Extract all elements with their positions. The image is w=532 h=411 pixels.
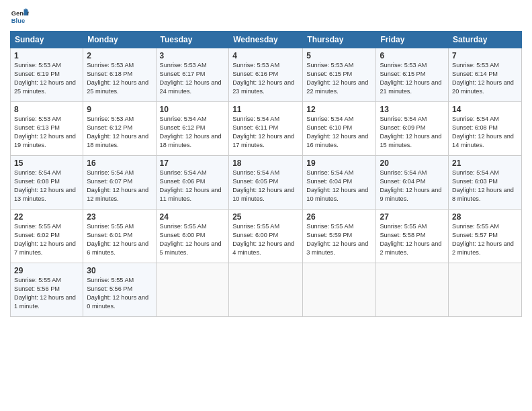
day-info: Sunrise: 5:55 AMSunset: 6:01 PMDaylight:…	[87, 222, 152, 257]
day-number: 6	[380, 51, 445, 60]
day-cell: 6Sunrise: 5:53 AMSunset: 6:15 PMDaylight…	[376, 48, 449, 102]
day-info: Sunrise: 5:53 AMSunset: 6:15 PMDaylight:…	[380, 61, 445, 96]
day-number: 23	[87, 212, 152, 222]
week-row-1: 1Sunrise: 5:53 AMSunset: 6:19 PMDaylight…	[11, 48, 522, 102]
day-cell: 20Sunrise: 5:54 AMSunset: 6:04 PMDayligh…	[376, 156, 449, 210]
day-info: Sunrise: 5:54 AMSunset: 6:12 PMDaylight:…	[160, 115, 226, 150]
day-cell: 2Sunrise: 5:53 AMSunset: 6:18 PMDaylight…	[83, 48, 156, 102]
day-cell	[303, 263, 376, 317]
day-number: 28	[452, 212, 518, 222]
day-info: Sunrise: 5:55 AMSunset: 6:00 PMDaylight:…	[232, 222, 299, 257]
day-number: 18	[232, 158, 299, 168]
day-cell	[376, 263, 449, 317]
day-cell: 30Sunrise: 5:55 AMSunset: 5:56 PMDayligh…	[83, 263, 156, 317]
week-row-5: 29Sunrise: 5:55 AMSunset: 5:56 PMDayligh…	[11, 263, 522, 317]
day-info: Sunrise: 5:53 AMSunset: 6:14 PMDaylight:…	[452, 61, 518, 96]
day-info: Sunrise: 5:54 AMSunset: 6:04 PMDaylight:…	[380, 169, 445, 203]
day-info: Sunrise: 5:53 AMSunset: 6:12 PMDaylight:…	[87, 115, 152, 150]
day-number: 26	[306, 212, 372, 222]
day-info: Sunrise: 5:54 AMSunset: 6:10 PMDaylight:…	[306, 115, 372, 150]
weekday-header-tuesday: Tuesday	[156, 32, 229, 48]
day-cell: 3Sunrise: 5:53 AMSunset: 6:17 PMDaylight…	[156, 48, 229, 102]
day-number: 25	[232, 212, 299, 222]
day-number: 27	[380, 212, 445, 222]
week-row-2: 8Sunrise: 5:53 AMSunset: 6:13 PMDaylight…	[11, 102, 522, 156]
day-info: Sunrise: 5:54 AMSunset: 6:06 PMDaylight:…	[160, 169, 226, 203]
day-info: Sunrise: 5:53 AMSunset: 6:19 PMDaylight:…	[14, 61, 79, 96]
day-info: Sunrise: 5:54 AMSunset: 6:04 PMDaylight:…	[306, 169, 372, 203]
day-info: Sunrise: 5:55 AMSunset: 6:00 PMDaylight:…	[160, 222, 226, 257]
day-cell: 11Sunrise: 5:54 AMSunset: 6:11 PMDayligh…	[229, 102, 303, 156]
day-cell: 8Sunrise: 5:53 AMSunset: 6:13 PMDaylight…	[11, 102, 83, 156]
day-cell: 16Sunrise: 5:54 AMSunset: 6:07 PMDayligh…	[83, 156, 156, 210]
day-info: Sunrise: 5:53 AMSunset: 6:18 PMDaylight:…	[87, 61, 152, 96]
day-cell: 14Sunrise: 5:54 AMSunset: 6:08 PMDayligh…	[449, 102, 522, 156]
day-cell	[229, 263, 303, 317]
day-number: 13	[380, 105, 445, 114]
day-number: 5	[306, 51, 372, 60]
day-cell: 27Sunrise: 5:55 AMSunset: 5:58 PMDayligh…	[376, 210, 449, 263]
weekday-header-friday: Friday	[376, 32, 449, 48]
day-info: Sunrise: 5:53 AMSunset: 6:16 PMDaylight:…	[232, 61, 299, 96]
weekday-header-wednesday: Wednesday	[229, 32, 303, 48]
logo-icon: General Blue	[10, 7, 29, 26]
day-number: 22	[14, 212, 79, 222]
day-cell: 18Sunrise: 5:54 AMSunset: 6:05 PMDayligh…	[229, 156, 303, 210]
day-cell: 21Sunrise: 5:54 AMSunset: 6:03 PMDayligh…	[449, 156, 522, 210]
day-number: 7	[452, 51, 518, 60]
logo: General Blue	[10, 7, 32, 26]
day-number: 3	[160, 51, 226, 60]
day-cell: 10Sunrise: 5:54 AMSunset: 6:12 PMDayligh…	[156, 102, 229, 156]
day-number: 24	[160, 212, 226, 222]
day-cell: 7Sunrise: 5:53 AMSunset: 6:14 PMDaylight…	[449, 48, 522, 102]
day-cell: 17Sunrise: 5:54 AMSunset: 6:06 PMDayligh…	[156, 156, 229, 210]
day-cell: 25Sunrise: 5:55 AMSunset: 6:00 PMDayligh…	[229, 210, 303, 263]
day-info: Sunrise: 5:54 AMSunset: 6:08 PMDaylight:…	[452, 115, 518, 150]
day-info: Sunrise: 5:55 AMSunset: 5:56 PMDaylight:…	[87, 276, 152, 311]
day-number: 19	[306, 158, 372, 168]
day-cell: 4Sunrise: 5:53 AMSunset: 6:16 PMDaylight…	[229, 48, 303, 102]
day-number: 2	[87, 51, 152, 60]
day-cell: 13Sunrise: 5:54 AMSunset: 6:09 PMDayligh…	[376, 102, 449, 156]
weekday-header-row: SundayMondayTuesdayWednesdayThursdayFrid…	[11, 32, 522, 48]
day-cell: 23Sunrise: 5:55 AMSunset: 6:01 PMDayligh…	[83, 210, 156, 263]
day-cell: 19Sunrise: 5:54 AMSunset: 6:04 PMDayligh…	[303, 156, 376, 210]
day-cell: 29Sunrise: 5:55 AMSunset: 5:56 PMDayligh…	[11, 263, 83, 317]
day-info: Sunrise: 5:55 AMSunset: 6:02 PMDaylight:…	[14, 222, 79, 257]
day-number: 15	[14, 158, 79, 168]
day-number: 17	[160, 158, 226, 168]
day-number: 29	[14, 266, 79, 275]
day-number: 10	[160, 105, 226, 114]
day-info: Sunrise: 5:55 AMSunset: 5:58 PMDaylight:…	[380, 222, 445, 257]
day-cell: 24Sunrise: 5:55 AMSunset: 6:00 PMDayligh…	[156, 210, 229, 263]
day-cell: 1Sunrise: 5:53 AMSunset: 6:19 PMDaylight…	[11, 48, 83, 102]
day-cell: 26Sunrise: 5:55 AMSunset: 5:59 PMDayligh…	[303, 210, 376, 263]
day-info: Sunrise: 5:54 AMSunset: 6:07 PMDaylight:…	[87, 169, 152, 203]
day-cell: 9Sunrise: 5:53 AMSunset: 6:12 PMDaylight…	[83, 102, 156, 156]
day-cell: 5Sunrise: 5:53 AMSunset: 6:15 PMDaylight…	[303, 48, 376, 102]
day-cell: 12Sunrise: 5:54 AMSunset: 6:10 PMDayligh…	[303, 102, 376, 156]
day-number: 21	[452, 158, 518, 168]
day-info: Sunrise: 5:54 AMSunset: 6:11 PMDaylight:…	[232, 115, 299, 150]
day-number: 8	[14, 105, 79, 114]
day-info: Sunrise: 5:54 AMSunset: 6:03 PMDaylight:…	[452, 169, 518, 203]
week-row-4: 22Sunrise: 5:55 AMSunset: 6:02 PMDayligh…	[11, 210, 522, 263]
day-cell	[449, 263, 522, 317]
page: General Blue SundayMondayTuesdayWednesda…	[0, 0, 532, 411]
day-number: 16	[87, 158, 152, 168]
day-info: Sunrise: 5:54 AMSunset: 6:08 PMDaylight:…	[14, 169, 79, 203]
day-number: 4	[232, 51, 299, 60]
day-info: Sunrise: 5:54 AMSunset: 6:05 PMDaylight:…	[232, 169, 299, 203]
day-info: Sunrise: 5:53 AMSunset: 6:17 PMDaylight:…	[160, 61, 226, 96]
weekday-header-monday: Monday	[83, 32, 156, 48]
day-number: 20	[380, 158, 445, 168]
weekday-header-saturday: Saturday	[449, 32, 522, 48]
weekday-header-sunday: Sunday	[11, 32, 83, 48]
week-row-3: 15Sunrise: 5:54 AMSunset: 6:08 PMDayligh…	[11, 156, 522, 210]
day-number: 9	[87, 105, 152, 114]
header: General Blue	[10, 7, 522, 26]
day-info: Sunrise: 5:53 AMSunset: 6:15 PMDaylight:…	[306, 61, 372, 96]
day-info: Sunrise: 5:55 AMSunset: 5:59 PMDaylight:…	[306, 222, 372, 257]
day-number: 11	[232, 105, 299, 114]
day-info: Sunrise: 5:54 AMSunset: 6:09 PMDaylight:…	[380, 115, 445, 150]
